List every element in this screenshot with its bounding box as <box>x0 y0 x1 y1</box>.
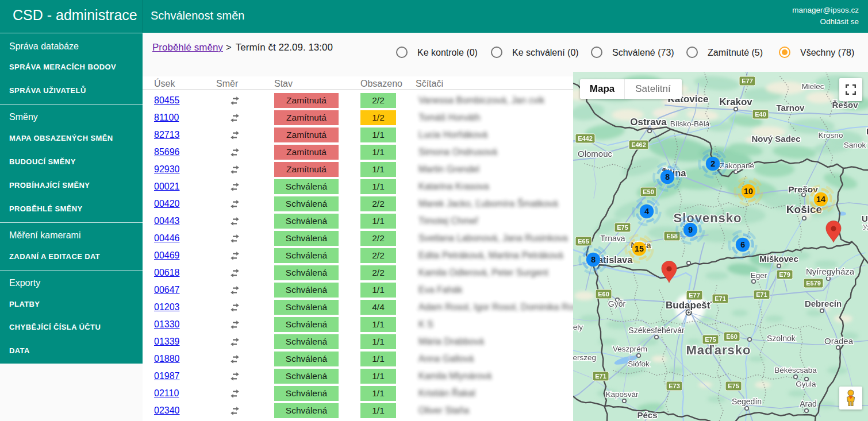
svg-text:E75: E75 <box>617 224 628 231</box>
svg-text:Zalaegerszeg: Zalaegerszeg <box>573 353 596 362</box>
svg-text:E75: E75 <box>728 383 739 389</box>
svg-text:14: 14 <box>816 195 825 204</box>
svg-text:E77: E77 <box>742 78 753 84</box>
svg-text:E60: E60 <box>598 291 609 298</box>
svg-text:E58: E58 <box>666 233 678 240</box>
svg-text:Maďarsko: Maďarsko <box>686 343 751 357</box>
svg-text:Nyíregyháza: Nyíregyháza <box>806 266 855 276</box>
svg-text:Siófok: Siófok <box>628 360 650 368</box>
svg-text:E73: E73 <box>669 383 680 389</box>
svg-text:15: 15 <box>635 244 644 253</box>
svg-text:E75: E75 <box>705 336 716 343</box>
svg-text:Krakov: Krakov <box>719 96 752 107</box>
svg-text:4: 4 <box>644 207 649 216</box>
svg-text:Szolnok: Szolnok <box>767 334 796 343</box>
svg-text:Užhorod: Užhorod <box>862 214 868 223</box>
svg-text:E71: E71 <box>595 373 606 380</box>
svg-text:Veszprém: Veszprém <box>613 345 647 353</box>
svg-text:Košice: Košice <box>786 203 822 215</box>
svg-text:E579: E579 <box>806 280 821 287</box>
svg-text:E65: E65 <box>578 238 589 245</box>
svg-text:Győr: Győr <box>608 299 626 308</box>
svg-text:Arad: Arad <box>800 399 817 408</box>
svg-text:Szombathely: Szombathely <box>573 323 583 331</box>
svg-text:E442: E442 <box>578 135 593 142</box>
svg-text:Trnava: Trnava <box>600 234 625 243</box>
svg-text:Debrecín: Debrecín <box>805 299 842 308</box>
svg-text:Békéscsaba: Békéscsaba <box>774 366 817 374</box>
svg-text:8: 8 <box>591 255 596 264</box>
svg-text:10: 10 <box>744 187 753 196</box>
svg-text:E60: E60 <box>726 333 738 340</box>
svg-text:Kaposvár: Kaposvár <box>605 390 639 399</box>
svg-text:6: 6 <box>740 240 745 249</box>
svg-text:Ostrava: Ostrava <box>630 117 667 128</box>
svg-text:Mielec: Mielec <box>801 82 824 91</box>
svg-text:E71: E71 <box>756 291 767 298</box>
svg-text:Oradea: Oradea <box>824 336 854 346</box>
svg-text:Bílsko-Bělá: Bílsko-Bělá <box>670 119 710 128</box>
svg-text:2: 2 <box>710 159 715 168</box>
svg-text:Székesfehérvár: Székesfehérvár <box>628 326 685 335</box>
svg-text:Ужгород: Ужгород <box>863 223 868 231</box>
svg-text:Sanok: Sanok <box>844 141 866 149</box>
svg-text:Eger: Eger <box>751 271 767 280</box>
svg-text:Segedín: Segedín <box>732 397 762 406</box>
svg-text:Pécs: Pécs <box>637 410 657 420</box>
svg-text:Nový Sadec: Nový Sadec <box>751 134 800 144</box>
svg-text:E71: E71 <box>715 295 726 302</box>
svg-text:E40: E40 <box>755 111 766 118</box>
svg-text:Krosno: Krosno <box>819 131 843 140</box>
svg-text:Miškovec: Miškovec <box>759 254 798 264</box>
svg-text:Olomouc: Olomouc <box>578 149 613 159</box>
svg-text:Řešov: Řešov <box>832 100 858 110</box>
svg-text:Gyula: Gyula <box>796 380 816 388</box>
svg-text:8: 8 <box>665 172 670 181</box>
svg-text:E50: E50 <box>643 188 654 195</box>
svg-text:Tarnov: Tarnov <box>777 103 805 113</box>
svg-text:E79: E79 <box>779 271 790 278</box>
svg-text:E77: E77 <box>689 292 700 299</box>
svg-text:9: 9 <box>688 225 693 234</box>
svg-text:E462: E462 <box>631 141 646 148</box>
svg-text:Budapešť: Budapešť <box>666 300 712 311</box>
